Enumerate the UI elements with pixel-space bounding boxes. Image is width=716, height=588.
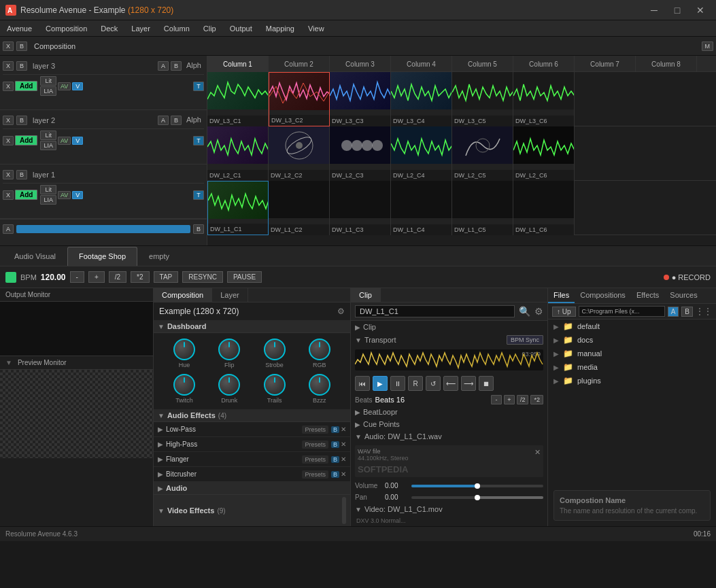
clip-L2-C2[interactable]: DW_L2_C2: [269, 126, 330, 181]
comp-settings-icon[interactable]: ⚙: [337, 307, 345, 316]
transport-pause-btn[interactable]: ⏸: [390, 376, 405, 391]
clip-header-tab[interactable]: Clip: [351, 288, 381, 302]
col-header-3[interactable]: Column 3: [330, 56, 391, 72]
layer2-a-btn[interactable]: A: [158, 116, 169, 125]
file-media[interactable]: ▶ 📁 media: [548, 360, 716, 374]
menu-deck[interactable]: Deck: [94, 20, 124, 36]
layer3-a-btn[interactable]: A: [158, 61, 169, 71]
layer3-av[interactable]: AV: [58, 82, 71, 90]
lowpass-expand-icon[interactable]: ▶: [158, 426, 163, 433]
transport-loop-btn[interactable]: ↺: [426, 376, 441, 391]
tab-audio-visual[interactable]: Audio Visual: [3, 247, 67, 266]
transport-play-btn[interactable]: ▶: [373, 376, 388, 391]
layer3-lit[interactable]: Lit: [40, 76, 56, 86]
menu-avenue[interactable]: Avenue: [0, 20, 39, 36]
bitcrusher-remove-btn[interactable]: ✕: [341, 470, 346, 478]
record-button[interactable]: ● RECORD: [664, 273, 711, 281]
layer3-b2-btn[interactable]: B: [171, 61, 182, 71]
clip-settings-icon[interactable]: ⚙: [534, 306, 543, 317]
maximize-button[interactable]: □: [667, 0, 687, 20]
bpm-double[interactable]: *2: [131, 271, 149, 283]
dashboard-section-header[interactable]: ▼ Dashboard: [154, 320, 350, 333]
flanger-remove-btn[interactable]: ✕: [341, 455, 346, 463]
layer1-v[interactable]: V: [72, 191, 83, 199]
layer3-add[interactable]: Add: [15, 81, 37, 91]
lowpass-remove-btn[interactable]: ✕: [341, 426, 346, 433]
layer2-b2-btn[interactable]: B: [171, 116, 182, 125]
b-button[interactable]: B: [16, 41, 27, 51]
clip-L1-C5[interactable]: DW_L1_C5: [452, 181, 513, 235]
menu-clip[interactable]: Clip: [197, 20, 223, 36]
col-header-8[interactable]: Column 8: [636, 56, 697, 72]
bpm-sync-btn[interactable]: BPM Sync: [507, 335, 543, 345]
transport-prev-btn[interactable]: ⏮: [355, 376, 370, 391]
volume-slider[interactable]: [411, 485, 543, 487]
menu-composition[interactable]: Composition: [39, 20, 94, 36]
clip-L2-C1[interactable]: DW_L2_C1: [207, 126, 269, 181]
menu-mapping[interactable]: Mapping: [259, 20, 301, 36]
global-b-btn[interactable]: B: [193, 224, 204, 234]
bitcrusher-expand-icon[interactable]: ▶: [158, 470, 163, 478]
panel-tab-composition[interactable]: Composition: [154, 288, 212, 302]
files-grid-icon[interactable]: ⋮⋮: [696, 307, 712, 316]
flanger-expand-icon[interactable]: ▶: [158, 455, 163, 463]
clip-dashboard-header[interactable]: ▶ Clip: [351, 321, 547, 333]
transport-stop-btn[interactable]: ⏹: [479, 376, 494, 391]
files-tab-compositions[interactable]: Compositions: [575, 288, 631, 303]
clip-L3-C5[interactable]: DW_L3_C5: [452, 72, 513, 126]
clip-L2-C5[interactable]: DW_L2_C5: [452, 126, 513, 181]
highpass-expand-icon[interactable]: ▶: [158, 440, 163, 448]
audio-clip-header[interactable]: ▼ Audio: DW_L1_C1.wav: [351, 430, 547, 443]
files-a-btn[interactable]: A: [668, 307, 679, 317]
layer1-b-btn[interactable]: B: [16, 170, 27, 179]
drunk-knob[interactable]: [218, 374, 240, 396]
transport-r-btn[interactable]: R: [408, 376, 423, 391]
col-header-4[interactable]: Column 4: [391, 56, 452, 72]
files-tab-effects[interactable]: Effects: [631, 288, 664, 303]
clip-L1-C1[interactable]: DW_L1_C1: [207, 181, 269, 235]
hue-knob[interactable]: [173, 339, 195, 360]
clip-L3-C2[interactable]: DW_L3_C2: [269, 72, 330, 126]
bzzz-knob[interactable]: [309, 374, 330, 396]
col-header-5[interactable]: Column 5: [452, 56, 513, 72]
file-plugins[interactable]: ▶ 📁 plugins: [548, 374, 716, 387]
panel-tab-layer[interactable]: Layer: [212, 288, 248, 302]
bpm-pause[interactable]: PAUSE: [227, 271, 262, 283]
clip-name-field[interactable]: DW_L1_C1: [355, 305, 515, 317]
cue-points-header[interactable]: ▶ Cue Points: [351, 418, 547, 430]
layer1-x-btn[interactable]: X: [3, 170, 14, 179]
bitcrusher-preset[interactable]: Presets: [302, 470, 328, 479]
video-effects-header[interactable]: ▼ Video Effects (9): [154, 495, 350, 526]
highpass-preset[interactable]: Presets: [302, 440, 328, 449]
bpm-plus[interactable]: +: [88, 271, 105, 283]
file-default[interactable]: ▶ 📁 default: [548, 319, 716, 333]
menu-view[interactable]: View: [301, 20, 331, 36]
menu-column[interactable]: Column: [157, 20, 197, 36]
menu-layer[interactable]: Layer: [124, 20, 157, 36]
menu-output[interactable]: Output: [223, 20, 259, 36]
tab-empty[interactable]: empty: [137, 247, 181, 266]
clip-transport-header[interactable]: ▼ Transport BPM Sync: [351, 333, 547, 347]
clip-L1-C3[interactable]: DW_L1_C3: [330, 181, 391, 235]
audio-effects-header[interactable]: ▼ Audio Effects (4): [154, 409, 350, 422]
bpm-minus[interactable]: -: [70, 271, 84, 283]
clip-L3-C4[interactable]: DW_L3_C4: [391, 72, 452, 126]
file-manual[interactable]: ▶ 📁 manual: [548, 347, 716, 360]
layer3-x2[interactable]: X: [3, 82, 14, 91]
layer2-lit[interactable]: Lit: [40, 131, 56, 140]
lowpass-b-btn[interactable]: B: [331, 426, 339, 433]
flanger-preset[interactable]: Presets: [302, 455, 328, 464]
layer2-v[interactable]: V: [72, 137, 83, 145]
beatloopr-header[interactable]: ▶ BeatLoopr: [351, 406, 547, 418]
twitch-knob[interactable]: [173, 374, 195, 396]
pan-slider[interactable]: [411, 496, 543, 499]
clip-L1-C4[interactable]: DW_L1_C4: [391, 181, 452, 235]
highpass-b-btn[interactable]: B: [331, 441, 339, 448]
layer2-av[interactable]: AV: [58, 137, 71, 145]
layer3-v[interactable]: V: [72, 82, 83, 90]
transport-backward-btn[interactable]: ⟵: [443, 376, 458, 391]
preview-collapse-icon[interactable]: ▼: [5, 359, 12, 366]
rgb-knob[interactable]: [309, 339, 330, 360]
files-tab-files[interactable]: Files: [548, 288, 575, 303]
clip-L3-C3[interactable]: DW_L3_C3: [330, 72, 391, 126]
